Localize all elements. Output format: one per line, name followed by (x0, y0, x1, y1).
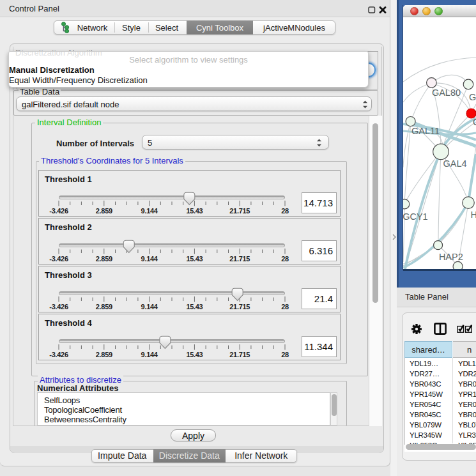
svg-text:C: C (473, 117, 476, 127)
svg-text:GAL11: GAL11 (411, 126, 440, 136)
svg-text:GAL: GAL (469, 92, 476, 102)
svg-text:HAP2: HAP2 (439, 252, 463, 262)
svg-text:H: H (471, 210, 476, 220)
svg-text:GAL4: GAL4 (443, 158, 467, 169)
svg-text:GAL80: GAL80 (432, 88, 461, 98)
svg-text:GCY1: GCY1 (403, 211, 428, 222)
